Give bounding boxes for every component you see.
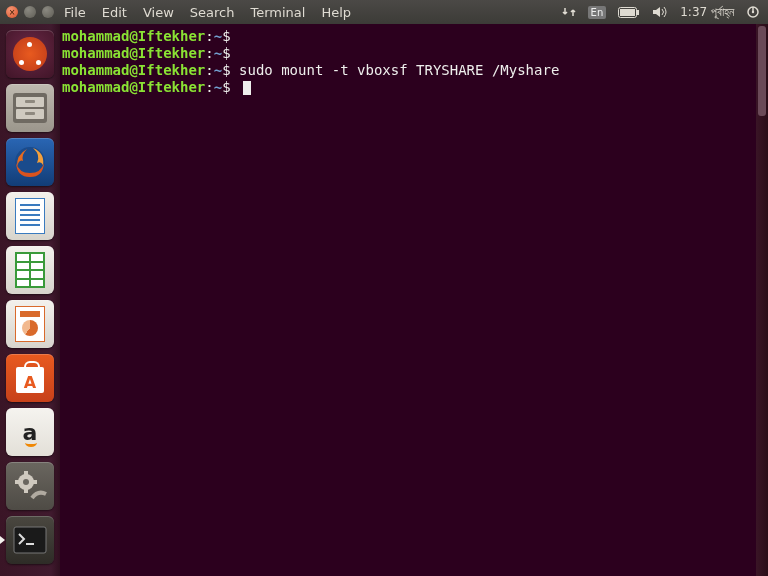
svg-point-4 xyxy=(752,11,754,13)
prompt-path: ~ xyxy=(214,62,222,78)
maximize-button[interactable] xyxy=(42,6,54,18)
minimize-button[interactable] xyxy=(24,6,36,18)
keyboard-indicator[interactable]: En xyxy=(588,6,607,19)
writer-icon xyxy=(15,198,45,234)
menu-search[interactable]: Search xyxy=(190,5,235,20)
menu-file[interactable]: File xyxy=(64,5,86,20)
launcher-software[interactable]: A xyxy=(6,354,54,402)
svg-point-7 xyxy=(23,479,29,485)
prompt-path: ~ xyxy=(214,28,222,44)
terminal-line: mohammad@Iftekher:~$ sudo mount -t vboxs… xyxy=(62,62,754,79)
prompt-path: ~ xyxy=(214,79,222,95)
battery-icon[interactable] xyxy=(618,7,640,18)
svg-rect-13 xyxy=(26,543,34,545)
close-button[interactable]: × xyxy=(6,6,18,18)
prompt-path: ~ xyxy=(214,45,222,61)
app-menu: File Edit View Search Terminal Help xyxy=(64,5,351,20)
terminal-line: mohammad@Iftekher:~$ xyxy=(62,79,754,96)
launcher-dash[interactable] xyxy=(6,30,54,78)
launcher: A a xyxy=(0,24,60,576)
prompt-userhost: mohammad@Iftekher xyxy=(62,45,205,61)
prompt-userhost: mohammad@Iftekher xyxy=(62,62,205,78)
menu-edit[interactable]: Edit xyxy=(102,5,127,20)
terminal-cmd: sudo mount -t vboxsf TRYSHARE /Myshare xyxy=(239,62,559,78)
software-icon: A xyxy=(16,367,44,393)
calc-icon xyxy=(15,252,45,288)
terminal-output: mohammad@Iftekher:~$ mohammad@Iftekher:~… xyxy=(60,24,756,100)
ubuntu-icon xyxy=(13,37,47,71)
scrollbar-thumb[interactable] xyxy=(758,26,766,116)
prompt-symbol: $ xyxy=(222,79,230,95)
impress-icon xyxy=(15,306,45,342)
firefox-icon xyxy=(11,143,49,181)
menu-help[interactable]: Help xyxy=(321,5,351,20)
amazon-icon: a xyxy=(23,420,38,445)
files-icon xyxy=(13,93,47,123)
svg-rect-12 xyxy=(14,527,46,553)
prompt-userhost: mohammad@Iftekher xyxy=(62,79,205,95)
launcher-amazon[interactable]: a xyxy=(6,408,54,456)
sound-icon[interactable] xyxy=(652,6,668,18)
launcher-impress[interactable] xyxy=(6,300,54,348)
menubar: × File Edit View Search Terminal Help En… xyxy=(0,0,768,24)
menu-terminal[interactable]: Terminal xyxy=(250,5,305,20)
launcher-settings[interactable] xyxy=(6,462,54,510)
launcher-firefox[interactable] xyxy=(6,138,54,186)
menu-view[interactable]: View xyxy=(143,5,174,20)
session-icon[interactable] xyxy=(746,5,760,19)
svg-rect-11 xyxy=(33,480,37,484)
gear-icon xyxy=(12,468,48,504)
prompt-userhost: mohammad@Iftekher xyxy=(62,28,205,44)
terminal-window[interactable]: mohammad@Iftekher:~$ mohammad@Iftekher:~… xyxy=(60,24,756,576)
launcher-files[interactable] xyxy=(6,84,54,132)
terminal-icon xyxy=(13,526,47,554)
window-controls: × xyxy=(6,6,54,18)
svg-rect-8 xyxy=(24,471,28,475)
svg-rect-10 xyxy=(15,480,19,484)
svg-rect-1 xyxy=(637,10,639,15)
svg-rect-9 xyxy=(24,489,28,493)
prompt-symbol: $ xyxy=(222,62,230,78)
network-icon[interactable] xyxy=(562,5,576,19)
clock[interactable]: 1:37 পূর্বাহ্ন xyxy=(680,5,734,19)
svg-rect-2 xyxy=(620,9,635,16)
launcher-calc[interactable] xyxy=(6,246,54,294)
scrollbar[interactable] xyxy=(756,24,768,576)
indicator-area: En 1:37 পূর্বাহ্ন xyxy=(562,5,768,19)
terminal-line: mohammad@Iftekher:~$ xyxy=(62,45,754,62)
launcher-terminal[interactable] xyxy=(6,516,54,564)
cursor-icon xyxy=(243,81,251,95)
prompt-symbol: $ xyxy=(222,28,230,44)
prompt-symbol: $ xyxy=(222,45,230,61)
launcher-writer[interactable] xyxy=(6,192,54,240)
terminal-line: mohammad@Iftekher:~$ xyxy=(62,28,754,45)
